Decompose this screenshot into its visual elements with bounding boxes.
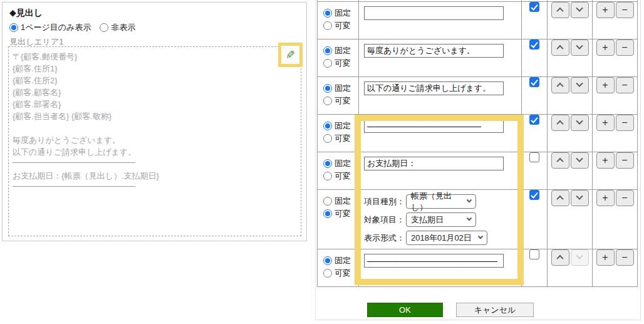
fixed-label: 固定	[335, 120, 351, 132]
edit-heading-button[interactable]: ✎	[278, 43, 303, 67]
move-down-button[interactable]	[571, 190, 589, 206]
panel-title: ◆見出し	[9, 8, 43, 19]
row-visible-checkbox[interactable]	[529, 77, 539, 87]
variable-mode-radio[interactable]: 可変	[323, 95, 358, 107]
row-visible-checkbox[interactable]	[529, 39, 539, 50]
radio-icon	[323, 46, 332, 55]
move-down-button[interactable]	[571, 77, 589, 93]
radio-show-first-page-only[interactable]: 1ページ目のみ表示	[9, 22, 91, 33]
fixed-mode-radio[interactable]: 固定	[323, 82, 358, 95]
pencil-icon: ✎	[286, 50, 295, 61]
fixed-mode-radio[interactable]: 固定	[323, 120, 358, 132]
item-type-select[interactable]: 帳票（見出し）	[406, 194, 476, 209]
target-field-select[interactable]: 支払期日	[406, 212, 476, 227]
radio-icon	[323, 209, 332, 218]
radio-icon	[323, 197, 332, 206]
add-row-button[interactable]: +	[596, 2, 615, 18]
chevron-down-icon	[576, 193, 583, 200]
radio-hide[interactable]: 非表示	[100, 22, 135, 33]
row-text-input[interactable]	[364, 254, 504, 268]
select-line: 表示形式：2018年01月02日	[364, 231, 521, 245]
move-up-button[interactable]	[551, 152, 569, 169]
ok-button[interactable]: OK	[367, 303, 443, 317]
row-text-input[interactable]	[364, 157, 504, 170]
chevron-up-icon	[556, 120, 563, 127]
add-row-button[interactable]: +	[596, 77, 615, 93]
variable-mode-radio[interactable]: 可変	[323, 267, 358, 280]
row-visible-checkbox[interactable]	[529, 152, 539, 162]
chevron-up-icon	[556, 83, 563, 90]
fixed-mode-radio[interactable]: 固定	[323, 157, 358, 170]
fixed-mode-radio[interactable]: 固定	[323, 7, 358, 19]
remove-row-button[interactable]: −	[616, 39, 634, 56]
remove-row-button[interactable]: −	[616, 2, 634, 18]
row-text-input[interactable]	[364, 6, 504, 20]
radio-label: 非表示	[111, 22, 135, 33]
cancel-button[interactable]: キャンセル	[456, 303, 534, 317]
add-row-button[interactable]: +	[596, 249, 615, 266]
chevron-down-icon	[467, 197, 472, 202]
remove-row-button[interactable]: −	[616, 152, 634, 169]
chevron-down-icon	[478, 233, 483, 238]
select-value: 帳票（見出し）	[411, 191, 467, 213]
select-value: 2018年01月02日	[411, 233, 472, 244]
chevron-up-icon	[556, 158, 563, 165]
move-up-button[interactable]	[551, 115, 569, 131]
row-text-input[interactable]	[364, 44, 504, 58]
preview-separator-line	[13, 186, 135, 187]
move-down-button[interactable]	[571, 249, 589, 266]
remove-row-button[interactable]: −	[616, 115, 634, 131]
move-down-button[interactable]	[571, 115, 589, 131]
table-row: 固定 可変 項目種別：帳票（見出し）対象項目：支払期日表示形式：2018年01月…	[318, 190, 638, 249]
chevron-up-icon	[556, 45, 563, 52]
move-down-button[interactable]	[571, 39, 589, 56]
variable-mode-radio[interactable]: 可変	[323, 57, 358, 70]
add-row-button[interactable]: +	[596, 152, 615, 169]
chevron-down-icon	[576, 253, 583, 259]
move-down-button[interactable]	[571, 152, 589, 169]
move-down-button[interactable]	[571, 2, 589, 18]
preview-blank-line	[13, 122, 297, 134]
table-row: 固定 可変 +−	[318, 152, 638, 190]
remove-row-button[interactable]: −	[616, 190, 634, 206]
variable-mode-radio[interactable]: 可変	[323, 132, 358, 145]
preview-line: {顧客.住所1}	[13, 63, 297, 75]
row-text-input[interactable]	[364, 119, 504, 133]
move-up-button[interactable]	[551, 190, 569, 206]
variable-mode-radio[interactable]: 可変	[323, 19, 358, 32]
move-up-button[interactable]	[551, 39, 569, 56]
add-row-button[interactable]: +	[596, 39, 615, 56]
chevron-down-icon	[576, 118, 583, 125]
fixed-mode-radio[interactable]: 固定	[323, 44, 358, 57]
add-row-button[interactable]: +	[596, 115, 615, 131]
select-line: 対象項目：支払期日	[364, 212, 521, 227]
move-up-button[interactable]	[551, 2, 569, 18]
remove-row-button[interactable]: −	[616, 77, 634, 93]
fixed-mode-radio[interactable]: 固定	[323, 195, 358, 207]
row-visible-checkbox[interactable]	[529, 2, 539, 12]
variable-mode-radio[interactable]: 可変	[323, 170, 358, 182]
preview-line: {顧客.顧客名}	[13, 86, 297, 98]
fixed-mode-radio[interactable]: 固定	[323, 254, 358, 267]
radio-icon	[100, 23, 108, 32]
variable-label: 可変	[335, 58, 351, 69]
add-row-button[interactable]: +	[596, 190, 615, 206]
select-label: 項目種別：	[364, 196, 405, 207]
variable-label: 可変	[335, 170, 351, 182]
variable-label: 可変	[335, 268, 351, 279]
remove-row-button[interactable]: −	[616, 249, 634, 266]
row-visible-checkbox[interactable]	[529, 190, 539, 200]
display-format-select[interactable]: 2018年01月02日	[406, 231, 487, 245]
radio-label: 1ページ目のみ表示	[21, 22, 91, 33]
chevron-down-icon	[576, 80, 583, 87]
chevron-down-icon	[467, 215, 472, 220]
move-up-button[interactable]	[551, 77, 569, 93]
chevron-down-icon	[576, 5, 583, 12]
display-mode-radio-group: 1ページ目のみ表示 非表示	[9, 22, 135, 33]
row-visible-checkbox[interactable]	[529, 115, 539, 125]
move-up-button[interactable]	[551, 249, 569, 266]
row-text-input[interactable]	[364, 81, 504, 95]
row-visible-checkbox[interactable]	[529, 249, 539, 259]
radio-icon	[323, 9, 332, 18]
variable-mode-radio[interactable]: 可変	[323, 207, 358, 220]
